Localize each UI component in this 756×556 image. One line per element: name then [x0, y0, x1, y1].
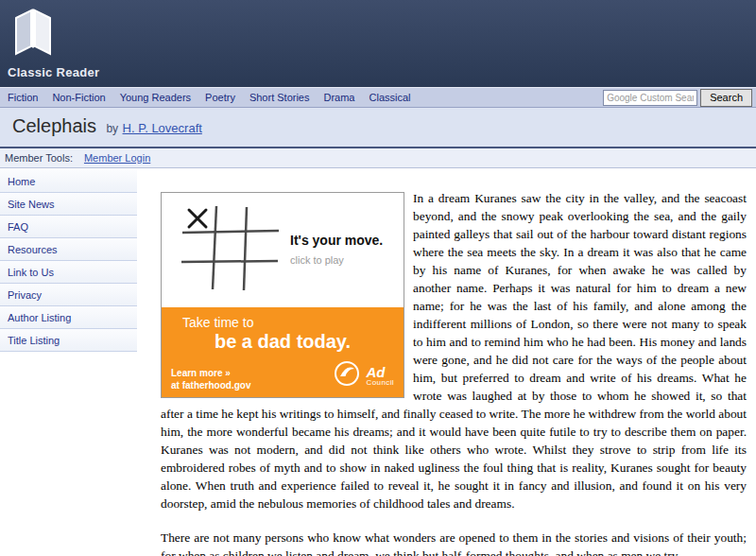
ad-upper-section[interactable]: It's your move. click to play	[162, 193, 404, 307]
ad-council-logo: Ad Council	[367, 365, 394, 387]
member-tools-label: Member Tools:	[5, 152, 73, 164]
search-input[interactable]	[603, 90, 697, 106]
ad-learn-more-text: Learn more »	[171, 367, 250, 379]
ad-council-bottom: Council	[367, 379, 394, 387]
sidebar-item-resources[interactable]: Resources	[0, 238, 137, 261]
search-button[interactable]: Search	[700, 89, 752, 107]
nav-item-drama[interactable]: Drama	[323, 92, 354, 103]
story-paragraph-2: There are not many persons who know what…	[161, 529, 747, 556]
ad-learn-more[interactable]: Learn more » at fatherhood.gov	[171, 367, 250, 391]
ad-council-top: Ad	[367, 365, 394, 379]
nav-item-non-fiction[interactable]: Non-Fiction	[52, 92, 105, 103]
book-title-bar: Celephais by H. P. Lovecraft	[0, 108, 756, 147]
nav-item-classical[interactable]: Classical	[369, 92, 411, 103]
sidebar-item-link-to-us[interactable]: Link to Us	[0, 261, 137, 284]
page-title: Celephais	[12, 115, 96, 136]
ad-orange-section[interactable]: Take time to be a dad today. Learn more …	[162, 307, 404, 397]
site-header: Classic Reader	[0, 0, 756, 87]
ad-tagline-top: Take time to	[182, 314, 394, 332]
main-navigation: Fiction Non-Fiction Young Readers Poetry…	[0, 87, 756, 108]
sidebar-item-faq[interactable]: FAQ	[0, 216, 137, 238]
ad-fatherhood-url: at fatherhood.gov	[171, 379, 250, 391]
ad-tagline-main: be a dad today.	[171, 333, 394, 351]
sidebar-item-privacy[interactable]: Privacy	[0, 284, 137, 306]
byline-label: by	[106, 122, 118, 135]
nav-item-fiction[interactable]: Fiction	[8, 92, 38, 103]
advertisement-banner[interactable]: It's your move. click to play Take time …	[161, 192, 404, 398]
nav-item-short-stories[interactable]: Short Stories	[249, 92, 310, 103]
sidebar-item-author-listing[interactable]: Author Listing	[0, 306, 137, 329]
member-login-link[interactable]: Member Login	[84, 152, 150, 164]
sidebar-item-site-news[interactable]: Site News	[0, 193, 137, 216]
tictactoe-grid-icon[interactable]	[177, 202, 283, 298]
nav-item-young-readers[interactable]: Young Readers	[120, 92, 191, 103]
ad-click-to-play[interactable]: click to play	[290, 252, 383, 269]
site-name: Classic Reader	[8, 65, 756, 79]
ad-footer-row: Learn more » at fatherhood.gov Ad C	[171, 360, 394, 391]
story-content: It's your move. click to play Take time …	[137, 168, 756, 556]
ad-message: It's your move. click to play	[290, 232, 383, 269]
sidebar-item-title-listing[interactable]: Title Listing	[0, 329, 137, 352]
sidebar: Home Site News FAQ Resources Link to Us …	[0, 168, 137, 352]
ad-move-text: It's your move.	[290, 232, 383, 250]
author-link[interactable]: H. P. Lovecraft	[123, 121, 202, 135]
nav-item-poetry[interactable]: Poetry	[205, 92, 235, 103]
search-area: Search	[603, 89, 752, 107]
ad-logos: Ad Council	[334, 360, 394, 391]
hhs-logo-icon	[334, 360, 360, 391]
classic-reader-logo-icon	[8, 6, 59, 62]
member-tools-bar: Member Tools: Member Login	[0, 148, 756, 168]
sidebar-item-home[interactable]: Home	[0, 170, 137, 193]
page-body: Home Site News FAQ Resources Link to Us …	[0, 168, 756, 556]
